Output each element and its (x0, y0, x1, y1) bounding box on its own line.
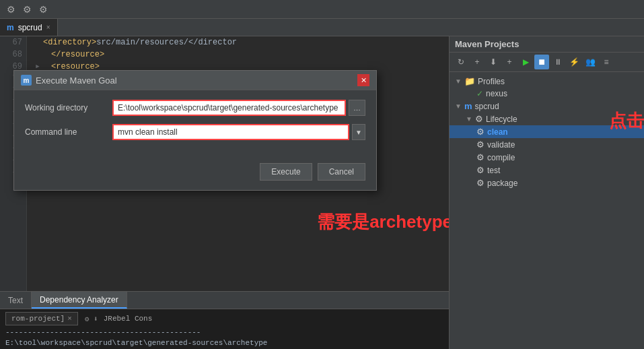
tab-bar: m spcrud × (0, 19, 644, 36)
working-directory-input[interactable] (112, 100, 346, 116)
editor-tab-spcrud[interactable]: m spcrud × (0, 19, 58, 36)
maven-pause-btn[interactable]: ⏸ (550, 55, 565, 69)
lifecycle-arrow-icon: ▼ (466, 115, 472, 123)
working-directory-input-group: … (112, 100, 365, 116)
tab-dependency-analyzer[interactable]: Dependency Analyzer (32, 292, 127, 309)
test-label: test (487, 166, 639, 175)
tree-nexus[interactable]: ✓ nexus (450, 88, 644, 100)
command-input-group: ▼ (112, 124, 365, 140)
tree-package[interactable]: ⚙ package (450, 177, 644, 189)
console-area: rom-project] × ⚙ ⬇ JRebel Cons ---------… (0, 309, 449, 349)
tree-test[interactable]: ⚙ test (450, 164, 644, 177)
maven-panel-title: Maven Projects (450, 36, 644, 53)
dialog-footer: Execute Cancel (14, 158, 376, 190)
toolbar-icon-2[interactable]: ⚙ (20, 3, 34, 16)
clean-icon: ⚙ (476, 127, 485, 137)
command-line-input[interactable] (112, 124, 349, 140)
console-content: ----------------------------------------… (5, 327, 443, 348)
tree-profiles[interactable]: ▼ 📁 Profiles (450, 75, 644, 88)
maven-group-btn[interactable]: 👥 (583, 55, 598, 69)
console-tab-label: rom-project] (11, 315, 65, 323)
spcrud-arrow-icon: ▼ (455, 102, 462, 110)
top-toolbar: ⚙ ⚙ ⚙ (0, 0, 644, 19)
profiles-arrow-icon: ▼ (455, 77, 462, 85)
lifecycle-label: Lifecycle (486, 115, 639, 124)
console-line2: E:\tool\workspace\spcrud\target\generate… (5, 338, 443, 348)
maven-add-btn[interactable]: + (470, 55, 485, 69)
tab-label: spcrud (18, 23, 42, 32)
editor-area: 67686970 71727374 75767778 <directory>sr… (0, 36, 449, 349)
toolbar-icon-1[interactable]: ⚙ (4, 3, 17, 16)
maven-menu-btn[interactable]: ≡ (599, 55, 614, 69)
console-line1: ----------------------------------------… (5, 327, 443, 338)
tree-validate[interactable]: ⚙ validate (450, 138, 644, 151)
maven-lightning-btn[interactable]: ⚡ (567, 55, 581, 69)
console-close-btn[interactable]: × (67, 315, 72, 323)
tree-clean[interactable]: ⚙ clean (450, 125, 644, 138)
maven-run-btn[interactable]: ▶ (518, 55, 533, 69)
console-extra: JRebel Cons (104, 315, 153, 323)
tab-text[interactable]: Text (0, 292, 32, 309)
command-dropdown-btn[interactable]: ▼ (352, 124, 365, 140)
code-line-67: <directory>src/main/resources/</director (34, 36, 442, 49)
package-label: package (487, 179, 639, 188)
package-icon: ⚙ (476, 178, 485, 188)
working-directory-row: Working directory … (25, 100, 365, 116)
spcrud-label: spcrud (475, 102, 639, 111)
maven-highlighted-btn[interactable]: ■ (534, 55, 549, 69)
cancel-button[interactable]: Cancel (318, 163, 365, 181)
test-icon: ⚙ (476, 165, 485, 175)
dialog-close-button[interactable]: ✕ (357, 74, 369, 86)
dialog-title-label: Execute Maven Goal (36, 75, 117, 86)
tab-close-btn[interactable]: × (46, 24, 50, 31)
profiles-folder-icon: 📁 (464, 76, 475, 86)
tab-icon: m (7, 23, 14, 32)
browse-button[interactable]: … (349, 100, 365, 116)
lifecycle-icon: ⚙ (475, 114, 483, 124)
validate-label: validate (487, 140, 639, 150)
main-layout: 67686970 71727374 75767778 <directory>sr… (0, 36, 644, 349)
console-gear-icon: ⚙ ⬇ (85, 315, 98, 323)
execute-maven-dialog: m Execute Maven Goal ✕ Working directory… (13, 70, 377, 191)
nexus-label: nexus (486, 89, 639, 98)
console-tab[interactable]: rom-project] × (5, 312, 78, 325)
maven-plus-btn[interactable]: + (502, 55, 517, 69)
code-line-68: </resource> (34, 49, 442, 61)
dialog-title-text: m Execute Maven Goal (21, 75, 117, 86)
right-panel: Maven Projects ↻ + ⬇ + ▶ ■ ⏸ ⚡ 👥 ≡ 点击 ▼ … (449, 36, 644, 349)
bottom-tabs: Text Dependency Analyzer (0, 291, 449, 309)
execute-button[interactable]: Execute (260, 163, 312, 181)
tree-compile[interactable]: ⚙ compile (450, 151, 644, 164)
compile-icon: ⚙ (476, 152, 485, 162)
clean-label: clean (487, 127, 639, 137)
tree-spcrud[interactable]: ▼ m spcrud (450, 100, 644, 113)
maven-download-btn[interactable]: ⬇ (486, 55, 501, 69)
profiles-label: Profiles (478, 77, 639, 86)
console-toolbar: rom-project] × ⚙ ⬇ JRebel Cons (5, 312, 443, 325)
dialog-body: Working directory … Command line ▼ (14, 90, 376, 158)
tree-lifecycle[interactable]: ▼ ⚙ Lifecycle (450, 113, 644, 125)
command-line-row: Command line ▼ (25, 124, 365, 140)
validate-icon: ⚙ (476, 139, 485, 150)
fold-67[interactable] (34, 38, 42, 46)
dialog-maven-icon: m (21, 75, 32, 86)
maven-toolbar: ↻ + ⬇ + ▶ ■ ⏸ ⚡ 👥 ≡ (450, 53, 644, 72)
dialog-title-bar: m Execute Maven Goal ✕ (14, 71, 376, 90)
toolbar-icon-3[interactable]: ⚙ (36, 3, 50, 16)
nexus-check-icon: ✓ (476, 89, 483, 98)
working-directory-label: Working directory (25, 103, 106, 113)
fold-68[interactable] (34, 51, 42, 59)
maven-refresh-btn[interactable]: ↻ (454, 55, 468, 69)
maven-tree: ▼ 📁 Profiles ✓ nexus ▼ m spcrud ▼ ⚙ Life… (450, 72, 644, 349)
command-line-label: Command line (25, 127, 106, 137)
compile-label: compile (487, 153, 639, 162)
spcrud-maven-icon: m (464, 101, 472, 111)
